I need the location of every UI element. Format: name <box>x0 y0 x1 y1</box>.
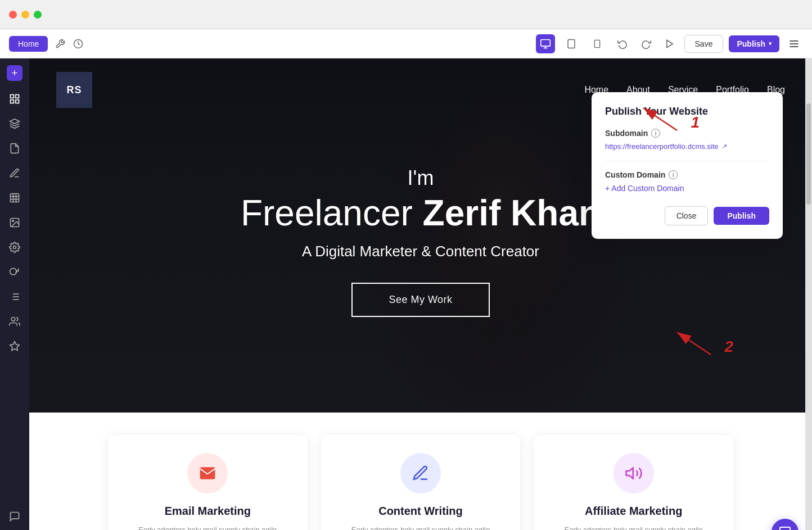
preview-button[interactable] <box>661 35 679 53</box>
sidebar-page-icon[interactable] <box>3 137 26 160</box>
publish-button-label: Publish <box>737 39 765 48</box>
publish-button[interactable]: Publish ▾ <box>729 35 779 52</box>
publish-panel-button[interactable]: Publish <box>714 207 769 225</box>
svg-point-23 <box>12 220 13 222</box>
affiliate-marketing-desc: Early adopters holy grail supply chain a… <box>547 524 720 530</box>
content-writing-desc: Early adopters holy grail supply chain a… <box>335 524 507 530</box>
svg-rect-12 <box>11 95 14 98</box>
site-logo: RS <box>56 72 92 108</box>
subdomain-info-icon[interactable]: i <box>651 129 660 138</box>
menu-icon[interactable] <box>785 35 803 53</box>
custom-domain-info-icon[interactable]: i <box>669 170 678 179</box>
sidebar-pen-icon[interactable] <box>3 162 26 184</box>
service-card-content: Content Writing Early adopters holy grai… <box>321 435 521 530</box>
service-card-email: Email Marketing Early adopters holy grai… <box>108 435 308 530</box>
publish-panel-title: Publish Your Website <box>605 106 769 117</box>
mac-close-button[interactable] <box>9 11 17 19</box>
mac-titlebar <box>0 0 812 29</box>
sidebar-image-icon[interactable] <box>3 211 26 234</box>
publish-dropdown-panel: Publish Your Website Subdomain i https:/… <box>592 92 783 239</box>
hero-subtitle: A Digital Marketer & Content Creator <box>29 243 812 260</box>
editor-toolbar: Home <box>0 29 812 58</box>
close-panel-button[interactable]: Close <box>665 206 709 225</box>
subdomain-url: https://freelancerportfolio.dcms.site ↗ <box>605 142 769 151</box>
home-tab[interactable]: Home <box>9 36 48 52</box>
svg-rect-13 <box>16 95 19 98</box>
add-element-button[interactable]: + <box>7 65 22 81</box>
canvas-area: RS Home About Service Portfolio Blog I'm… <box>29 58 812 530</box>
redo-button[interactable] <box>637 35 655 53</box>
svg-rect-1 <box>540 39 550 46</box>
history-icon[interactable] <box>73 38 84 49</box>
affiliate-marketing-icon <box>613 453 654 493</box>
hero-name-bold: Zerif Khan <box>423 193 601 233</box>
affiliate-marketing-title: Affiliate Marketing <box>585 505 682 518</box>
sidebar-settings-icon[interactable] <box>3 236 26 259</box>
mobile-device-button[interactable] <box>588 34 607 53</box>
mac-window-controls <box>9 11 42 19</box>
wrench-icon[interactable] <box>55 38 66 49</box>
toolbar-center <box>536 34 607 53</box>
publish-chevron-icon: ▾ <box>769 40 772 47</box>
svg-marker-16 <box>10 119 20 124</box>
subdomain-label: Subdomain i <box>605 129 769 138</box>
custom-domain-label: Custom Domain i <box>605 170 769 179</box>
content-writing-title: Content Writing <box>378 505 463 518</box>
svg-rect-15 <box>11 100 14 103</box>
sidebar-list-icon[interactable] <box>3 286 26 308</box>
panel-divider <box>605 161 769 161</box>
svg-rect-17 <box>11 194 19 202</box>
undo-button[interactable] <box>613 35 631 53</box>
toolbar-right: Save Publish ▾ <box>613 35 803 53</box>
svg-rect-14 <box>16 100 19 103</box>
sidebar-grid-icon[interactable] <box>3 187 26 209</box>
sidebar-apps-icon[interactable] <box>3 88 26 110</box>
publish-panel-actions: Close Publish <box>605 206 769 225</box>
svg-point-32 <box>11 318 15 321</box>
services-section: Email Marketing Early adopters holy grai… <box>29 413 812 530</box>
email-marketing-title: Email Marketing <box>165 505 251 518</box>
tablet-device-button[interactable] <box>562 34 581 53</box>
sidebar-users-icon[interactable] <box>3 310 26 333</box>
sidebar-star-icon[interactable] <box>3 335 26 357</box>
mac-minimize-button[interactable] <box>21 11 29 19</box>
toolbar-left: Home <box>9 36 529 52</box>
mac-maximize-button[interactable] <box>34 11 42 19</box>
email-marketing-icon <box>187 453 228 493</box>
sidebar-chat-icon[interactable] <box>3 505 26 528</box>
sidebar-link-icon[interactable] <box>3 261 26 283</box>
svg-marker-35 <box>626 468 633 479</box>
left-sidebar: + <box>0 58 29 530</box>
content-writing-icon <box>400 453 441 493</box>
service-card-affiliate: Affiliate Marketing Early adopters holy … <box>534 435 733 530</box>
sidebar-layers-icon[interactable] <box>3 112 26 135</box>
svg-marker-33 <box>10 342 20 351</box>
add-custom-domain-link[interactable]: + Add Custom Domain <box>605 184 769 193</box>
email-marketing-desc: Early adopters holy grail supply chain a… <box>121 524 294 530</box>
svg-marker-8 <box>666 40 673 48</box>
external-link-icon[interactable]: ↗ <box>722 143 727 150</box>
main-layout: + <box>0 58 812 530</box>
hero-name-plain: Freelancer <box>241 193 423 233</box>
desktop-device-button[interactable] <box>536 34 555 53</box>
save-button[interactable]: Save <box>684 35 724 53</box>
svg-point-24 <box>13 246 16 249</box>
hero-cta-button[interactable]: See My Work <box>351 283 489 317</box>
